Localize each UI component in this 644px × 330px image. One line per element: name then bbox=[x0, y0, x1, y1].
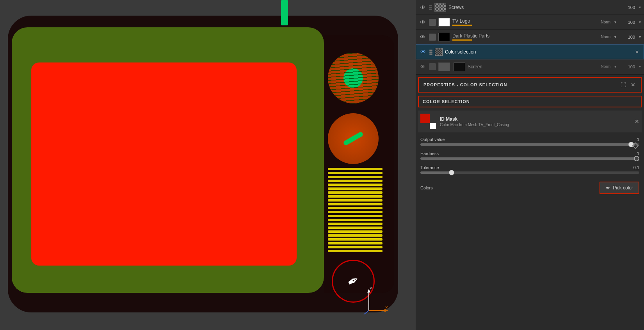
layer-color-tag bbox=[452, 25, 472, 26]
layer-visibility-toggle[interactable]: 👁 bbox=[419, 33, 427, 41]
blend-arrow: ▾ bbox=[614, 20, 616, 24]
id-mask-close-button[interactable]: ✕ bbox=[635, 118, 639, 125]
svg-text:X: X bbox=[385, 306, 388, 310]
layer-name: TV Logo bbox=[452, 18, 599, 24]
layer-thumbnail bbox=[438, 62, 450, 71]
layers-panel: 👁 Screws 100 ▾ 👁 TV Logo Norm ▾ 100 bbox=[416, 0, 644, 75]
blend-arrow: ▾ bbox=[614, 64, 616, 69]
layer-row-color-selection[interactable]: 👁 Color selection ✕ bbox=[416, 45, 644, 59]
layer-thumbnail bbox=[438, 18, 450, 27]
output-value-track[interactable] bbox=[420, 143, 639, 146]
right-panels: 👁 Screws 100 ▾ 👁 TV Logo Norm ▾ 100 bbox=[416, 0, 644, 330]
maximize-button[interactable]: ⛶ bbox=[620, 81, 627, 89]
pick-color-icon: ✒ bbox=[606, 185, 610, 191]
tv-antenna bbox=[281, 0, 288, 25]
layer-folder-icon bbox=[429, 63, 436, 70]
output-value-keyframe-btn[interactable] bbox=[632, 142, 639, 150]
tolerance-track[interactable] bbox=[420, 171, 639, 174]
tolerance-slider-row: Tolerance 0.1 bbox=[420, 165, 639, 174]
layer-opacity[interactable]: 100 bbox=[623, 35, 635, 39]
id-mask-text: ID Mask Color Map from Mesh TV_Front_Cas… bbox=[440, 116, 631, 127]
tv-scene: ✒ Y X bbox=[0, 0, 416, 330]
layer-thumbnail bbox=[438, 33, 450, 41]
layer-color-tag bbox=[452, 39, 472, 41]
layer-opacity[interactable]: 100 bbox=[623, 20, 635, 25]
layer-row[interactable]: 👁 Screws 100 ▾ bbox=[416, 0, 644, 15]
output-value-label: Output value bbox=[420, 137, 445, 142]
layer-visibility-toggle[interactable]: 👁 bbox=[419, 48, 427, 56]
layer-opacity[interactable]: 100 bbox=[623, 5, 635, 10]
close-properties-button[interactable]: ✕ bbox=[630, 81, 636, 89]
eyedropper-icon: ✒ bbox=[344, 271, 363, 291]
layer-blend-mode[interactable]: Norm bbox=[601, 20, 610, 24]
tv-vents bbox=[328, 168, 382, 269]
properties-header: PROPERTIES - COLOR SELECTION ⛶ ✕ bbox=[418, 77, 642, 93]
layer-opacity-arrow: ▾ bbox=[639, 64, 641, 69]
viewport: ✒ Y X bbox=[0, 0, 416, 330]
layer-opacity[interactable]: 100 bbox=[623, 64, 635, 69]
id-mask-subtitle: Color Map from Mesh TV_Front_Casing bbox=[440, 123, 631, 127]
tv-dial-2 bbox=[328, 113, 379, 164]
pick-color-label: Pick color bbox=[613, 185, 633, 191]
colors-row: Colors ✒ Pick color bbox=[416, 178, 644, 197]
layer-folder-icon bbox=[429, 19, 436, 26]
layer-visibility-toggle[interactable]: 👁 bbox=[419, 18, 427, 26]
id-mask-icon bbox=[420, 114, 436, 129]
layer-folder-icon bbox=[429, 34, 436, 41]
svg-line-6 bbox=[363, 310, 369, 314]
hardness-track[interactable] bbox=[420, 157, 639, 160]
coordinate-axes: Y X bbox=[361, 287, 388, 314]
layer-name: Screws bbox=[448, 5, 621, 10]
layer-row[interactable]: 👁 Screen Norm ▾ 100 ▾ bbox=[416, 59, 644, 74]
layer-opacity-arrow: ▾ bbox=[639, 35, 641, 39]
id-mask-row: ID Mask Color Map from Mesh TV_Front_Cas… bbox=[418, 111, 642, 132]
id-mask-red-thumb bbox=[420, 114, 430, 123]
blend-arrow: ▾ bbox=[614, 35, 616, 39]
layer-close-button[interactable]: ✕ bbox=[633, 48, 640, 55]
properties-panel: PROPERTIES - COLOR SELECTION ⛶ ✕ COLOR S… bbox=[416, 75, 644, 330]
color-selection-title: COLOR SELECTION bbox=[423, 99, 470, 104]
tv-screen bbox=[31, 62, 297, 266]
layer-thumbnail-mask bbox=[454, 62, 465, 71]
tv-dial-1 bbox=[328, 53, 379, 103]
layer-opacity-arrow: ▾ bbox=[639, 20, 641, 24]
tolerance-label: Tolerance bbox=[420, 165, 439, 170]
id-mask-white-thumb bbox=[430, 123, 436, 129]
layer-visibility-toggle[interactable]: 👁 bbox=[419, 63, 427, 71]
properties-actions: ⛶ ✕ bbox=[620, 81, 636, 89]
layer-blend-mode[interactable]: Norm bbox=[601, 35, 610, 39]
hardness-label: Hardness bbox=[420, 151, 439, 156]
output-value-slider-row: Output value 1 bbox=[420, 137, 639, 146]
svg-text:Y: Y bbox=[370, 287, 372, 291]
layer-name: Screen bbox=[468, 64, 599, 70]
layer-name: Color selection bbox=[445, 49, 630, 55]
layer-handle bbox=[429, 50, 432, 55]
properties-title: PROPERTIES - COLOR SELECTION bbox=[423, 82, 507, 87]
sliders-section: Output value 1 Hardness 1 bbox=[416, 134, 644, 177]
tolerance-value[interactable]: 0.1 bbox=[633, 165, 639, 170]
hardness-value[interactable]: 1 bbox=[637, 151, 639, 156]
layer-handle bbox=[429, 5, 432, 10]
layer-blend-mode[interactable]: Norm bbox=[601, 64, 610, 69]
layer-thumbnail bbox=[435, 48, 443, 56]
layer-name: Dark Plastic Parts bbox=[452, 33, 599, 39]
layer-row[interactable]: 👁 TV Logo Norm ▾ 100 ▾ bbox=[416, 15, 644, 30]
layer-visibility-toggle[interactable]: 👁 bbox=[419, 4, 427, 11]
colors-label: Colors bbox=[420, 186, 433, 190]
layer-thumbnail bbox=[434, 3, 446, 12]
pick-color-button[interactable]: ✒ Pick color bbox=[600, 182, 639, 194]
layer-row[interactable]: 👁 Dark Plastic Parts Norm ▾ 100 ▾ bbox=[416, 30, 644, 45]
color-selection-section-header: COLOR SELECTION bbox=[418, 96, 642, 107]
layer-opacity-arrow: ▾ bbox=[639, 5, 641, 9]
hardness-slider-row: Hardness 1 bbox=[420, 151, 639, 160]
output-value-value[interactable]: 1 bbox=[637, 137, 639, 142]
id-mask-name: ID Mask bbox=[440, 116, 631, 122]
